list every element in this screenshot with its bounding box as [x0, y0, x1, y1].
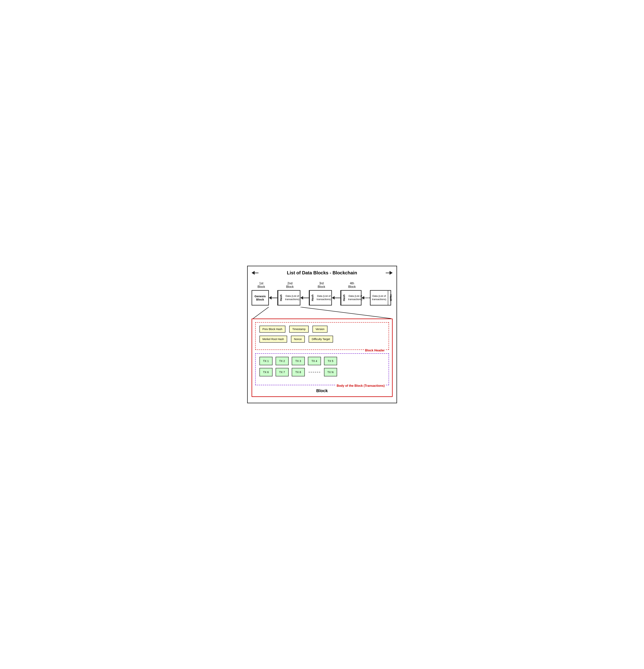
block-body-label: Body of the Block (Transactions)	[336, 384, 386, 387]
tx-dashed-connector	[309, 372, 320, 372]
field-difficulty-target: Difficulty Target	[309, 336, 333, 343]
tx2: TX 2	[276, 357, 289, 365]
field-nonce: Nonce	[291, 336, 305, 343]
tx8: TX 8	[292, 368, 305, 376]
blocks-chain-row: Genesis Block Hash Data (List of transac…	[252, 290, 393, 305]
txn: TX N	[324, 368, 337, 376]
tx-row1: TX 1 TX 2 TX 3 TX 4 TX 5	[260, 357, 385, 365]
block-body-box: TX 1 TX 2 TX 3 TX 4 TX 5 TX 6 TX 7 TX 8 …	[255, 353, 389, 385]
block1-label: 1st Block	[253, 282, 270, 288]
tx1: TX 1	[260, 357, 272, 365]
tx3: TX 3	[292, 357, 305, 365]
title-section: List of Data Blocks - Blockchain	[252, 270, 393, 279]
big-block: Prev Block Hash Timestamp Version Merkel…	[252, 318, 393, 397]
block2: Hash Data (List of transactions)	[277, 290, 300, 305]
genesis-block: Genesis Block	[252, 290, 269, 305]
tx5: TX 5	[324, 357, 337, 365]
block4-label: 4th Block	[341, 282, 363, 288]
svg-line-0	[253, 307, 268, 318]
block-n: Data (List of transactions) Hash	[370, 290, 391, 305]
tx-row2: TX 6 TX 7 TX 8 TX N	[260, 368, 385, 376]
arrow-3-to-2	[300, 296, 309, 300]
field-merkel-root-hash: Merkel Root Hash	[260, 336, 287, 343]
block3-label: 3rd Block	[310, 282, 333, 288]
main-title: List of Data Blocks - Blockchain	[258, 270, 386, 275]
field-prev-block-hash: Prev Block Hash	[260, 326, 285, 332]
tx6: TX 6	[260, 368, 272, 376]
arrow-4-to-3	[332, 296, 340, 300]
tx4: TX 4	[308, 357, 321, 365]
block4: Hash Data (List of transactions)	[340, 290, 362, 305]
svg-line-1	[300, 307, 391, 318]
block-header-box: Prev Block Hash Timestamp Version Merkel…	[255, 322, 389, 350]
arrow-n-to-4	[362, 296, 370, 300]
diagram-container: List of Data Blocks - Blockchain 1st Blo…	[247, 266, 397, 403]
tx7: TX 7	[276, 368, 289, 376]
connector-lines	[252, 307, 393, 318]
field-timestamp: Timestamp	[289, 326, 309, 332]
block-labels-row: 1st Block 2nd Block 3rd Block 4th Block	[252, 282, 393, 288]
header-row1: Prev Block Hash Timestamp Version	[260, 326, 385, 332]
block3: Hash Data (List of transactions)	[309, 290, 332, 305]
block-bottom-label: Block	[255, 388, 389, 393]
block-header-label: Block Header	[364, 349, 385, 352]
arrow-2-to-1	[269, 296, 277, 300]
header-row2: Merkel Root Hash Nonce Difficulty Target	[260, 336, 385, 343]
block2-label: 2nd Block	[279, 282, 302, 288]
field-version: Version	[312, 326, 328, 332]
